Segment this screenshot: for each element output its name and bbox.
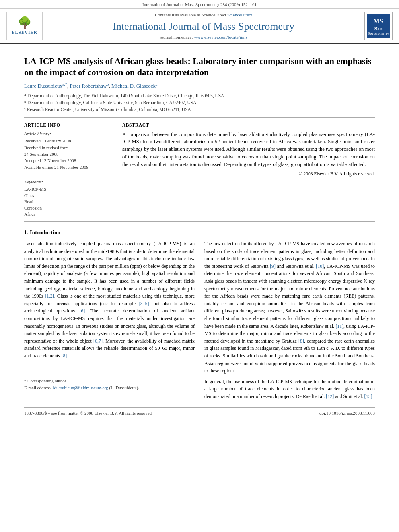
keyword-2: Glass [24,193,113,199]
right-para-2: In general, the usefulness of the LA-ICP… [204,378,375,401]
ref-6-7[interactable]: [6,7] [93,338,103,344]
author-robertshaw: Peter Robertshaw [70,83,107,89]
body-two-col: Laser ablation-inductively coupled plasm… [24,240,375,403]
keyword-5: Africa [24,211,113,217]
elsevier-logo: 🌳 ELSEVIER [6,12,43,40]
doi-line: doi:10.1016/j.ijms.2008.11.003 [319,410,375,416]
journal-title: International Journal of Mass Spectromet… [47,20,360,33]
intro-para-1: Laser ablation-inductively coupled plasm… [24,240,195,360]
affiliations: ᵃ Department of Anthropology, The Field … [24,92,375,113]
divider-2 [24,221,375,222]
body-right-col: The low detection limits offered by LA-I… [204,240,375,403]
email-label: E-mail address: [24,385,52,390]
contents-label: Contents lists available at ScienceDirec… [155,12,226,17]
ref-8b[interactable]: [8] [298,338,304,344]
right-para-1: The low detection limits offered by LA-I… [204,240,375,375]
ref-6[interactable]: [6] [79,308,85,314]
affiliation-b: ᵇ Department of Anthropology, California… [24,99,375,106]
keyword-3: Bead [24,199,113,205]
sciencedirect-link[interactable]: ScienceDirect [227,12,252,17]
email-link[interactable]: ldussubieux@fieldmuseum.org [53,385,108,390]
ref-3-5[interactable]: [3–5] [138,301,149,306]
ref-13[interactable]: [13] [364,394,372,399]
article-info-col: ARTICLE INFO Article history: Received 1… [24,122,113,218]
journal-header: 🌳 ELSEVIER Contents lists available at S… [0,9,399,44]
bottom-bar: 1387-3806/$ – see front matter © 2008 El… [24,407,375,416]
elsevier-tree-icon: 🌳 [18,17,32,29]
section-1-title: 1. Introduction [24,229,375,237]
history-label: Article history: [24,131,113,137]
homepage-label: journal homepage: [160,35,193,39]
received-date: Received 1 February 2008 [24,138,113,144]
affiliation-c: ᶜ Research Reactor Center, University of… [24,106,375,113]
received-revised-date: 24 September 2008 [24,151,113,157]
abstract-text: A comparison between the compositions de… [122,131,375,168]
email-line: E-mail address: ldussubieux@fieldmuseum.… [24,384,195,391]
corresponding-label: * Corresponding author. [24,378,195,384]
logo-ms-text: MS [374,17,384,26]
journal-info-center: Contents lists available at ScienceDirec… [47,12,360,40]
main-content: LA-ICP-MS analysis of African glass bead… [0,44,399,425]
journal-homepage: journal homepage: www.elsevier.com/locat… [47,34,360,40]
journal-logo: MS MassSpectrometry [367,14,390,38]
copyright-line: © 2008 Elsevier B.V. All rights reserved… [122,170,375,177]
article-title: LA-ICP-MS analysis of African glass bead… [24,55,375,78]
article-info-heading: ARTICLE INFO [24,122,113,128]
top-bar: International Journal of Mass Spectromet… [0,0,399,9]
homepage-url[interactable]: www.elsevier.com/locate/ijms [194,35,247,39]
divider-keywords [24,175,113,175]
email-suffix: (L. Dussubieux). [109,385,139,390]
ref-9[interactable]: [9] [270,263,276,269]
keyword-4: Corrosion [24,205,113,211]
southeast-text: Southeast [356,271,375,276]
ref-10[interactable]: [10] [316,263,324,269]
abstract-col: ABSTRACT A comparison between the compos… [122,122,375,218]
ref-11[interactable]: [11] [335,323,343,329]
journal-logo-box: MS MassSpectrometry [364,12,393,40]
accepted-date: Accepted 12 November 2008 [24,158,113,164]
section-introduction: 1. Introduction Laser ablation-inductive… [24,229,375,416]
footnote-area: ___________ * Corresponding author. E-ma… [24,368,195,391]
elsevier-brand: ELSEVIER [12,29,37,35]
keyword-1: LA-ICP-MS [24,186,113,192]
ref-8[interactable]: [8] [61,353,67,359]
author-dussubieux: Laure Dussubieux [24,83,62,89]
ref-12[interactable]: [12] [326,394,334,399]
issn-line: 1387-3806/$ – see front matter © 2008 El… [24,410,153,416]
keywords-section: Keywords: LA-ICP-MS Glass Bead Corrosion… [24,179,113,217]
author-glascock: Micheal D. Glascock [111,83,156,89]
journal-citation: International Journal of Mass Spectromet… [142,2,257,7]
affiliation-a: ᵃ Department of Anthropology, The Field … [24,92,375,99]
divider-1 [24,117,375,118]
article-history: Article history: Received 1 February 200… [24,131,113,170]
received-revised-label: Received in revised form [24,145,113,151]
contents-line: Contents lists available at ScienceDirec… [47,12,360,18]
body-left-col: Laser ablation-inductively coupled plasm… [24,240,195,403]
available-date: Available online 21 November 2008 [24,164,113,170]
article-info-abstract: ARTICLE INFO Article history: Received 1… [24,122,375,218]
logo-subtitle: MassSpectrometry [368,27,389,35]
ref-1-2[interactable]: [1,2] [45,293,54,299]
keywords-label: Keywords: [24,179,113,185]
authors-line: Laure Dussubieuxa,*, Peter Robertshawb, … [24,82,375,90]
abstract-heading: ABSTRACT [122,122,375,128]
footnote-separator: ___________ [24,371,195,378]
